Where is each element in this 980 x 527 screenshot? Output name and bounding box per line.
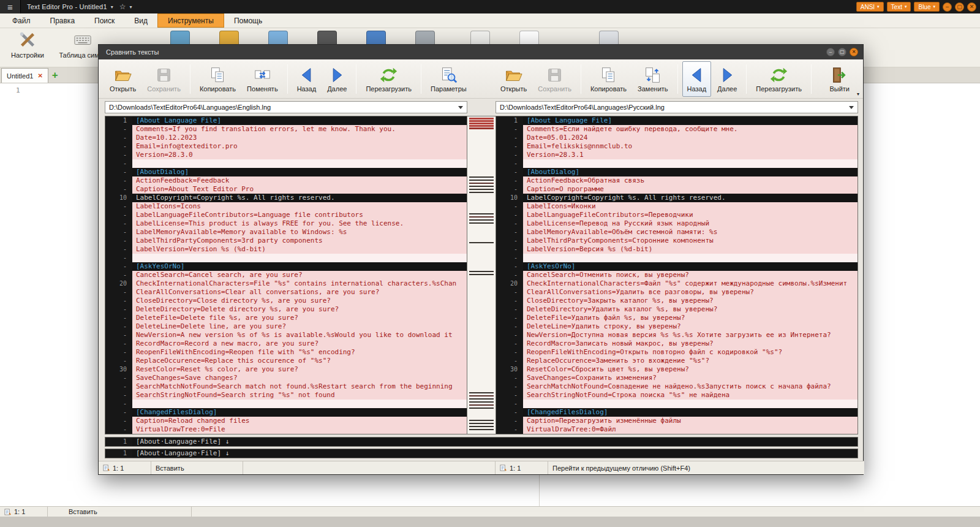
- code-line: 20CheckInternationalCharacters=Файл "%s"…: [496, 279, 858, 288]
- prev-diff-left-label: Назад: [297, 85, 317, 93]
- code-line-text: [ChangedFilesDialog]: [523, 408, 858, 417]
- left-editor[interactable]: 1[About Language File]-Comments=If you f…: [105, 116, 467, 434]
- chevron-down-icon: [849, 106, 854, 109]
- favorites-dropdown-icon[interactable]: ▾: [130, 4, 132, 10]
- hamburger-menu-button[interactable]: ≡: [0, 0, 21, 13]
- dialog-maximize-button[interactable]: ▢: [838, 48, 846, 56]
- gutter-number: -: [496, 305, 523, 314]
- menu-tools[interactable]: Инструменты: [157, 13, 224, 28]
- dialog-minimize-button[interactable]: –: [826, 48, 835, 56]
- prev-diff-left-button[interactable]: Назад: [292, 61, 322, 97]
- diffmap-stripe: [469, 189, 494, 190]
- replace-button[interactable]: Заменить: [633, 61, 673, 97]
- code-line-text: [AskYesOrNo]: [132, 262, 467, 271]
- gutter-number: -: [105, 400, 132, 408]
- code-line: -NewVersion=Доступна новая версия %s %s.…: [496, 331, 858, 339]
- gutter-number: -: [105, 357, 132, 365]
- code-line-text: Comments=If you find translation errors,…: [132, 125, 467, 134]
- reload-left-button[interactable]: Перезагрузить: [361, 61, 417, 97]
- next-diff-right-icon: [718, 66, 736, 84]
- new-tab-button[interactable]: +: [48, 68, 62, 83]
- open-right-button[interactable]: Открыть: [496, 61, 532, 97]
- copy-left-button[interactable]: Копировать: [195, 61, 241, 97]
- left-file-combo[interactable]: D:\Downloads\TextEditorPro64\Languages\E…: [105, 101, 467, 113]
- tab-untitled1[interactable]: Untitled1 ✕: [1, 68, 48, 83]
- code-line: -[AskYesOrNo]: [105, 262, 467, 271]
- code-line: -: [496, 400, 858, 408]
- code-line-text: ActionFeedback=Feedback: [132, 176, 467, 185]
- code-line-text: NewVersion=A new version %s of %s is ava…: [132, 331, 467, 339]
- gutter-number: -: [496, 297, 523, 305]
- theme-dropdown[interactable]: Blue▾: [914, 2, 940, 12]
- code-line-text: [AboutDialog]: [132, 168, 467, 176]
- swap-button[interactable]: Поменять: [242, 61, 283, 97]
- tools-icon: [18, 31, 37, 49]
- code-line: -SearchMatchNotFound=Совпадение не найде…: [496, 382, 858, 391]
- code-line-text: LabelLicense=Перевод на Русский язык нар…: [523, 219, 858, 228]
- save-right-button: Сохранить: [533, 61, 576, 97]
- dialog-titlebar[interactable]: Сравнить тексты – ▢ ✕: [99, 45, 863, 59]
- code-line: -LabelMemoryAvailable=Объём системной па…: [496, 228, 858, 237]
- gutter-number: -: [496, 254, 523, 262]
- code-line: -DeleteFile=Удалить файл %s, вы уверены?: [496, 314, 858, 322]
- code-line: 10LabelCopyright=Copyright %s. All right…: [496, 194, 858, 202]
- code-line-text: [132, 254, 467, 262]
- diffmap-stripe: [469, 404, 494, 406]
- gutter-number: -: [105, 237, 132, 245]
- dialog-close-button[interactable]: ✕: [850, 48, 858, 56]
- code-line: -Caption=О программе: [496, 185, 858, 194]
- copy-right-button[interactable]: Копировать: [586, 61, 631, 97]
- diffmap-stripe: [469, 118, 494, 119]
- code-line: 10LabelCopyright=Copyright %s. All right…: [105, 194, 467, 202]
- open-left-button[interactable]: Открыть: [105, 61, 141, 97]
- gutter-number: -: [105, 245, 132, 254]
- maximize-button[interactable]: ▢: [955, 2, 964, 12]
- right-file-combo[interactable]: D:\Downloads\TextEditorPro64\Languages\Р…: [496, 101, 858, 113]
- code-line-text: ClearAllConversations=Clear all conversa…: [132, 288, 467, 297]
- exit-button[interactable]: Выйти: [824, 61, 854, 97]
- menu-help[interactable]: Помощь: [224, 13, 272, 28]
- left-insert-mode[interactable]: Вставить: [151, 461, 243, 474]
- code-line: -CloseDirectory=Закрыть каталог %s, вы у…: [496, 297, 858, 305]
- next-diff-right-button[interactable]: Далее: [712, 61, 742, 97]
- filetype-dropdown[interactable]: Text▾: [887, 2, 911, 12]
- menu-view[interactable]: Вид: [124, 13, 157, 28]
- gutter-number: -: [496, 400, 523, 408]
- prev-diff-right-button[interactable]: Назад: [682, 61, 712, 97]
- minimize-button[interactable]: –: [943, 2, 952, 12]
- favorites-star-icon[interactable]: ☆: [119, 2, 126, 11]
- gutter-number: -: [496, 176, 523, 185]
- swap-icon: [254, 66, 271, 84]
- code-line: -NewVersion=A new version %s of %s is av…: [105, 331, 467, 339]
- replace-label: Заменить: [638, 85, 668, 93]
- chevron-down-icon: ▾: [877, 4, 880, 9]
- title-dropdown-icon[interactable]: ▾: [111, 4, 113, 10]
- options-button[interactable]: Параметры: [426, 61, 472, 97]
- code-line-text: SaveChanges=Сохранить изменения?: [523, 374, 858, 382]
- save-right-label: Сохранить: [538, 85, 571, 93]
- gutter-number: -: [496, 125, 523, 134]
- menu-edit[interactable]: Правка: [40, 13, 85, 28]
- toolbar-separator: [811, 64, 812, 94]
- right-editor[interactable]: 1[About Language File]-Comments=Если най…: [496, 116, 858, 434]
- encoding-dropdown[interactable]: ANSI▾: [856, 2, 884, 12]
- main-insert-mode[interactable]: Вставить: [48, 507, 192, 517]
- next-diff-left-button[interactable]: Далее: [322, 61, 352, 97]
- diff-map[interactable]: [467, 116, 496, 434]
- settings-button[interactable]: Настройки: [1, 31, 54, 65]
- reload-right-button[interactable]: Перезагрузить: [751, 61, 807, 97]
- code-line-text: Email=felikskis@nnmclub.to: [523, 142, 858, 151]
- close-button[interactable]: ✕: [967, 2, 976, 12]
- compare-dialog: Сравнить тексты – ▢ ✕ ОткрытьСохранитьКо…: [98, 44, 864, 475]
- code-line-text: Caption=Reload changed files: [132, 417, 467, 425]
- menu-file[interactable]: Файл: [2, 13, 40, 28]
- code-line-text: DeleteFile=Удалить файл %s, вы уверены?: [523, 314, 858, 322]
- code-line: -LabelThirdPartyComponents=3rd party com…: [105, 237, 467, 245]
- caret-position-icon: [4, 509, 11, 515]
- toolbar-overflow-icon[interactable]: ▾: [857, 91, 859, 97]
- tab-close-icon[interactable]: ✕: [37, 72, 42, 79]
- menu-search[interactable]: Поиск: [85, 13, 124, 28]
- menubar: Файл Правка Поиск Вид Инструменты Помощь: [0, 13, 980, 28]
- diffmap-stripe: [469, 183, 494, 184]
- diffmap-stripe: [469, 395, 494, 396]
